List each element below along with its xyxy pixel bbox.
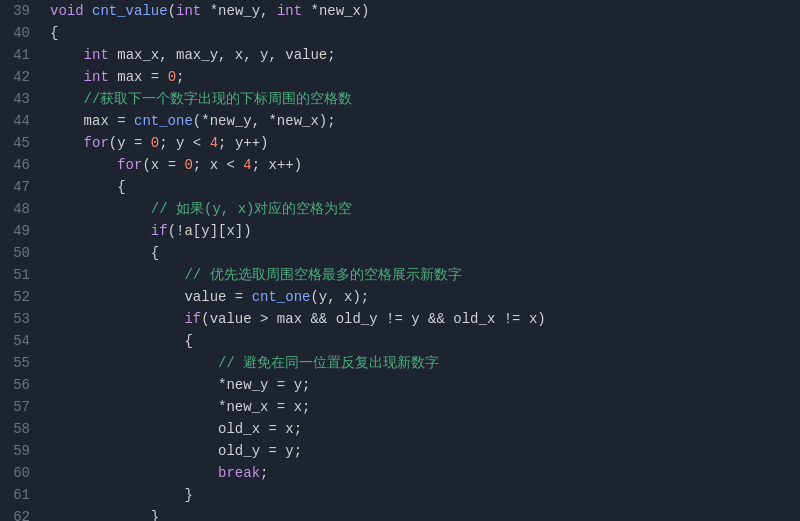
line-number: 60 xyxy=(8,462,30,484)
code-line: { xyxy=(50,22,800,44)
line-numbers: 3940414243444546474849505152535455565758… xyxy=(0,0,42,521)
kw-token: break xyxy=(218,465,260,481)
code-line: int max_x, max_y, x, y, value; xyxy=(50,44,800,66)
cm-zh-token: // 避免在同一位置反复出现新数字 xyxy=(218,355,439,371)
plain-token: (y = xyxy=(109,135,151,151)
plain-token: , xyxy=(260,3,277,19)
code-editor: 3940414243444546474849505152535455565758… xyxy=(0,0,800,521)
line-number: 51 xyxy=(8,264,30,286)
line-number: 57 xyxy=(8,396,30,418)
line-number: 61 xyxy=(8,484,30,506)
plain-token xyxy=(50,135,84,151)
plain-token: { xyxy=(50,25,58,41)
line-number: 59 xyxy=(8,440,30,462)
plain-token: ; y++) xyxy=(218,135,268,151)
plain-token: ; xyxy=(260,465,268,481)
plain-token xyxy=(84,3,92,19)
plain-token: { xyxy=(50,245,159,261)
kw-token: for xyxy=(84,135,109,151)
cm-zh-token: // 如果(y, x)对应的空格为空 xyxy=(151,201,353,217)
line-number: 39 xyxy=(8,0,30,22)
code-line: { xyxy=(50,330,800,352)
line-number: 58 xyxy=(8,418,30,440)
plain-token: } xyxy=(50,509,159,521)
plain-token xyxy=(50,91,84,107)
kw-token: for xyxy=(117,157,142,173)
plain-token: value = xyxy=(50,289,252,305)
num-token: 0 xyxy=(151,135,159,151)
code-line: // 如果(y, x)对应的空格为空 xyxy=(50,198,800,220)
plain-token xyxy=(50,355,218,371)
cm-zh-token: // 优先选取周围空格最多的空格展示新数字 xyxy=(184,267,461,283)
code-content: void cnt_value(int *new_y, int *new_x){ … xyxy=(42,0,800,521)
plain-token: { xyxy=(50,179,126,195)
kw-token: int xyxy=(84,69,109,85)
kw-token: void xyxy=(50,3,84,19)
plain-token xyxy=(50,69,84,85)
plain-token: max = xyxy=(109,69,168,85)
kw-token: int xyxy=(84,47,109,63)
num-token: 0 xyxy=(184,157,192,173)
code-line: old_x = x; xyxy=(50,418,800,440)
code-line: //获取下一个数字出现的下标周围的空格数 xyxy=(50,88,800,110)
plain-token: *new_y = y; xyxy=(50,377,310,393)
code-line: } xyxy=(50,484,800,506)
line-number: 40 xyxy=(8,22,30,44)
plain-token xyxy=(50,311,184,327)
kw-token: int xyxy=(176,3,201,19)
plain-token: * xyxy=(302,3,319,19)
cm-zh-token: //获取下一个数字出现的下标周围的空格数 xyxy=(84,91,353,107)
plain-token: (value > max && old_y != y && old_x != x… xyxy=(201,311,545,327)
line-number: 42 xyxy=(8,66,30,88)
kw-token: if xyxy=(151,223,168,239)
plain-token: (!a[y][x]) xyxy=(168,223,252,239)
plain-token xyxy=(50,47,84,63)
code-line: for(x = 0; x < 4; x++) xyxy=(50,154,800,176)
line-number: 56 xyxy=(8,374,30,396)
line-number: 44 xyxy=(8,110,30,132)
plain-token: max = xyxy=(50,113,134,129)
kw-token: if xyxy=(184,311,201,327)
plain-token: new_y xyxy=(218,3,260,19)
code-line: } xyxy=(50,506,800,521)
code-line: max = cnt_one(*new_y, *new_x); xyxy=(50,110,800,132)
fn-token: cnt_one xyxy=(134,113,193,129)
plain-token: * xyxy=(201,3,218,19)
line-number: 49 xyxy=(8,220,30,242)
line-number: 62 xyxy=(8,506,30,521)
num-token: 4 xyxy=(243,157,251,173)
line-number: 50 xyxy=(8,242,30,264)
code-line: old_y = y; xyxy=(50,440,800,462)
plain-token: ( xyxy=(168,3,176,19)
plain-token: old_y = y; xyxy=(50,443,302,459)
fn-token: cnt_value xyxy=(92,3,168,19)
line-number: 48 xyxy=(8,198,30,220)
code-line: int max = 0; xyxy=(50,66,800,88)
kw-token: int xyxy=(277,3,302,19)
code-line: *new_x = x; xyxy=(50,396,800,418)
line-number: 41 xyxy=(8,44,30,66)
line-number: 54 xyxy=(8,330,30,352)
plain-token xyxy=(50,465,218,481)
line-number: 43 xyxy=(8,88,30,110)
plain-token xyxy=(50,157,117,173)
plain-token: ; x++) xyxy=(252,157,302,173)
code-line: { xyxy=(50,176,800,198)
line-number: 55 xyxy=(8,352,30,374)
plain-token: *new_x = x; xyxy=(50,399,310,415)
fn-token: cnt_one xyxy=(252,289,311,305)
plain-token: ; x < xyxy=(193,157,243,173)
code-line: if(value > max && old_y != y && old_x !=… xyxy=(50,308,800,330)
line-number: 47 xyxy=(8,176,30,198)
plain-token xyxy=(50,201,151,217)
plain-token xyxy=(50,267,184,283)
plain-token: (y, x); xyxy=(310,289,369,305)
line-number: 52 xyxy=(8,286,30,308)
code-line: { xyxy=(50,242,800,264)
line-number: 45 xyxy=(8,132,30,154)
num-token: 0 xyxy=(168,69,176,85)
code-line: value = cnt_one(y, x); xyxy=(50,286,800,308)
plain-token: old_x = x; xyxy=(50,421,302,437)
plain-token: (*new_y, *new_x); xyxy=(193,113,336,129)
plain-token: new_x xyxy=(319,3,361,19)
